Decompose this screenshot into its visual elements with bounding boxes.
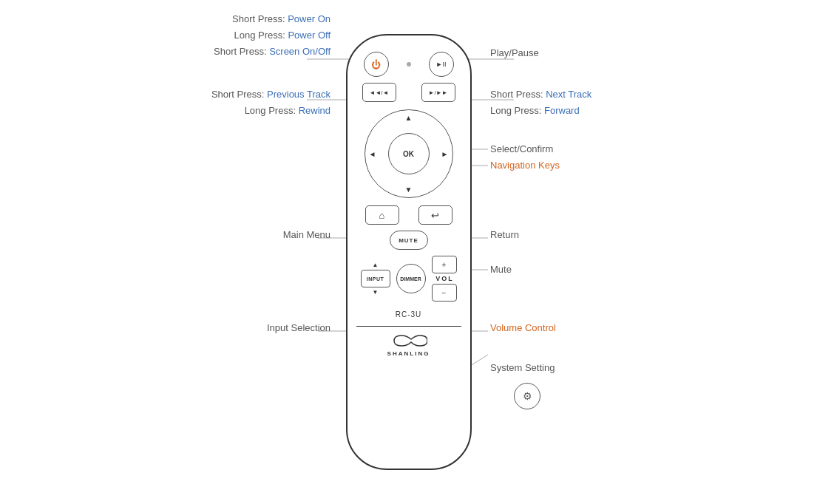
input-button[interactable]: INPUT (361, 270, 390, 287)
label-volume-control: Volume Control (490, 322, 556, 333)
mute-button[interactable]: MUTE (390, 231, 428, 250)
label-forward: Long Press: Forward (490, 105, 580, 116)
label-short-press-power-on: Short Press: Power On (232, 13, 330, 24)
vol-plus-button[interactable]: + (432, 256, 457, 273)
bottom-row: ▲ INPUT ▼ DIMMER + VOL − (356, 256, 461, 302)
label-screen-onoff-value: Screen On/Off (269, 46, 330, 57)
next-track-button[interactable]: ►/►► (421, 83, 455, 102)
dimmer-button[interactable]: DIMMER (396, 264, 426, 293)
label-rewind: Long Press: Rewind (245, 105, 330, 116)
brand-name: SHANLING (387, 350, 430, 357)
play-pause-button[interactable]: ►II (429, 52, 454, 77)
mute-row: MUTE (356, 231, 461, 250)
model-label: RC-3U (396, 310, 422, 319)
vol-minus-button[interactable]: − (432, 284, 457, 302)
nav-circle: ▲ ▼ ◄ ► OK (365, 109, 453, 198)
label-long-press-power-off-value: Power Off (288, 30, 330, 41)
nav-down-button[interactable]: ▼ (405, 185, 413, 194)
nav-up-button[interactable]: ▲ (405, 114, 413, 122)
label-long-press-power-off: Long Press: Power Off (234, 30, 330, 41)
ir-led (407, 62, 411, 67)
input-group: ▲ INPUT ▼ (361, 262, 390, 296)
label-main-menu: Main Menu (283, 229, 330, 240)
top-row: ⏻ ►II (356, 52, 461, 77)
label-navigation-keys: Navigation Keys (490, 160, 560, 171)
label-return: Return (490, 229, 519, 240)
vol-group: + VOL − (432, 256, 457, 302)
scene: ⏻ ►II ◄◄/◄ ►/►► ▲ ▼ ◄ ► OK ⌂ ↩ MUTE (0, 0, 817, 504)
label-short-press-power-on-value: Power On (288, 13, 330, 24)
prev-track-button[interactable]: ◄◄/◄ (362, 83, 396, 102)
nav-left-button[interactable]: ◄ (369, 150, 376, 158)
return-button[interactable]: ↩ (418, 205, 452, 225)
label-rewind-value: Rewind (299, 105, 330, 116)
power-button[interactable]: ⏻ (364, 52, 389, 77)
track-row: ◄◄/◄ ►/►► (356, 83, 461, 102)
home-button[interactable]: ⌂ (365, 205, 399, 225)
nav-right-button[interactable]: ► (441, 150, 449, 158)
label-input-selection: Input Selection (267, 322, 330, 333)
input-up-arrow[interactable]: ▲ (373, 262, 379, 268)
label-next-track-value: Next Track (546, 89, 591, 100)
menu-return-row: ⌂ ↩ (356, 205, 461, 225)
remote-body: ⏻ ►II ◄◄/◄ ►/►► ▲ ▼ ◄ ► OK ⌂ ↩ MUTE (346, 34, 472, 470)
brand-logo: SHANLING (356, 326, 461, 363)
label-select-confirm: Select/Confirm (490, 143, 553, 154)
settings-icon[interactable]: ⚙ (514, 383, 540, 409)
label-mute: Mute (490, 264, 512, 275)
vol-label: VOL (435, 275, 454, 282)
ok-button[interactable]: OK (388, 133, 430, 174)
label-system-setting: System Setting (490, 362, 555, 373)
input-down-arrow[interactable]: ▼ (373, 289, 379, 296)
label-play-pause: Play/Pause (490, 47, 539, 58)
label-forward-value: Forward (544, 105, 580, 116)
label-prev-track-value: Previous Track (267, 89, 330, 100)
label-prev-track: Short Press: Previous Track (211, 89, 330, 100)
label-next-track: Short Press: Next Track (490, 89, 591, 100)
label-screen-onoff: Short Press: Screen On/Off (214, 46, 330, 57)
shanling-logo-svg (390, 333, 427, 349)
settings-icon-container: ⚙ (514, 383, 540, 409)
